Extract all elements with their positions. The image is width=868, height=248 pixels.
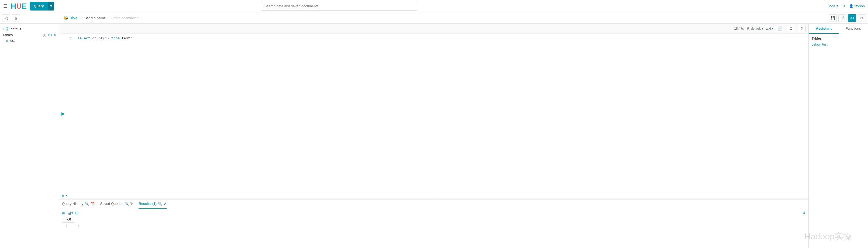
new-doc-icon[interactable]: 📄 xyxy=(838,14,846,22)
editor-settings-icon[interactable]: ⚙ xyxy=(787,25,795,32)
db-selector[interactable]: ‹ 🗄 default xyxy=(0,26,59,32)
tab-query-history[interactable]: Query History 🔍 📅 xyxy=(62,199,95,209)
chart-view-icon[interactable]: 📊▾ xyxy=(67,211,73,215)
tables-label: Tables xyxy=(3,33,41,37)
col-header-c0: _c0 xyxy=(62,216,74,223)
results-expand-icon[interactable]: ⤢ xyxy=(164,202,166,206)
logo: H U E xyxy=(11,2,27,10)
logo-e: E xyxy=(22,2,27,10)
run-button[interactable]: ▶ xyxy=(61,111,65,116)
format-dropdown-icon: ▾ xyxy=(772,27,773,30)
tab-results[interactable]: Results (1) 🔍 ⤢ xyxy=(138,199,166,209)
query-button[interactable]: Query ▾ xyxy=(30,2,54,10)
add-description[interactable]: Add a description... xyxy=(111,16,141,20)
add-name[interactable]: Add a name... xyxy=(86,16,109,20)
timing-value: 18.47s xyxy=(734,27,744,30)
editor-content[interactable]: 1 select count(*) from test; xyxy=(59,34,808,193)
editor-area: 18.47s 🗄 default ▾ text ▾ 📄 ⚙ ? ▶ 1 sele… xyxy=(59,24,809,248)
download-icon[interactable]: ⬇ xyxy=(803,211,806,215)
grid-view-icon[interactable]: ⊞ xyxy=(62,211,65,215)
code-table: test; xyxy=(122,36,132,40)
left-sidebar: ‹ 🗄 default Tables (1) ▾ + ↻ ⊞ test xyxy=(0,24,59,248)
right-panel-content: Tables default.test xyxy=(809,34,868,50)
hive-label: 🐝 Hive xyxy=(64,16,78,20)
search-bar xyxy=(261,2,417,10)
table-item-test[interactable]: ⊞ test xyxy=(0,38,59,43)
share-icon[interactable]: ⎘ xyxy=(12,14,20,22)
jobs-icon: ≡ xyxy=(836,4,839,8)
history-icon[interactable]: ↺ xyxy=(842,4,845,8)
toolbar-main: 🐝 Hive ↩ Add a name... Add a description… xyxy=(64,16,827,20)
user-label: fayson xyxy=(855,4,865,8)
line-number-1: 1 xyxy=(70,37,75,40)
filter-icon[interactable]: ▾ xyxy=(48,33,50,37)
timing-display: 18.47s xyxy=(734,27,744,30)
query-btn-label: Query xyxy=(30,2,48,10)
query-history-label: Query History xyxy=(62,202,83,206)
right-table-item[interactable]: default.test xyxy=(812,42,865,47)
save-doc-icon[interactable]: 💾 xyxy=(829,14,837,22)
results-table: _c0 1 4 xyxy=(62,216,806,229)
right-panel: Assistant Functions Tables default.test xyxy=(809,24,868,248)
logo-u: U xyxy=(16,2,22,10)
results-content: ⊞ 📊▾ ⊟ ⬇ _c0 1 4 xyxy=(59,209,808,248)
saved-queries-label: Saved Queries xyxy=(100,202,123,206)
jobs-link[interactable]: Jobs ≡ xyxy=(828,4,839,8)
code-select: select xyxy=(78,36,90,40)
navbar-left: ☰ H U E Query ▾ xyxy=(3,2,54,10)
navbar: ☰ H U E Query ▾ Jobs ≡ ↺ 👤 fayson xyxy=(0,0,868,12)
undo-icon[interactable]: ↩ xyxy=(80,16,83,20)
code-editor: ▶ 1 select count(*) from test; xyxy=(59,34,808,193)
user-icon: 👤 xyxy=(849,4,854,8)
tab-assistant[interactable]: Assistant xyxy=(809,24,839,34)
query-history-calendar-icon[interactable]: 📅 xyxy=(90,202,95,206)
tab-saved-queries[interactable]: Saved Queries 🔍 ↻ xyxy=(100,199,133,209)
tables-section-title: Tables xyxy=(812,37,865,40)
db-icon-meta: 🗄 xyxy=(747,27,750,30)
hamburger-icon[interactable]: ☰ xyxy=(3,3,7,9)
db-selector-meta[interactable]: 🗄 default ▾ xyxy=(747,27,763,30)
results-toolbar: ⊞ 📊▾ ⊟ ⬇ xyxy=(62,211,806,215)
db-icon: 🗄 xyxy=(5,27,9,31)
snippet-icon[interactable]: ⊞ xyxy=(61,194,64,197)
back-icon[interactable]: ◁ xyxy=(2,14,10,22)
tables-header: Tables (1) ▾ + ↻ xyxy=(0,32,59,38)
format-value: text xyxy=(766,27,771,30)
tables-count: (1) xyxy=(43,33,46,37)
results-label: Results (1) xyxy=(138,202,156,206)
snippet-arrow[interactable]: ▾ xyxy=(65,194,67,197)
back-db-icon: ‹ xyxy=(3,27,4,31)
table-view-icon[interactable]: ⊟ xyxy=(75,211,79,215)
jobs-label: Jobs xyxy=(828,4,835,8)
user-menu[interactable]: 👤 fayson xyxy=(849,4,865,8)
toolbar-left: ◁ ⎘ xyxy=(2,14,61,22)
results-search-icon[interactable]: 🔍 xyxy=(158,202,162,206)
search-input[interactable] xyxy=(261,2,417,10)
toolbar-right: 💾 📄 🏷 ⚙ xyxy=(829,14,866,22)
query-btn-arrow-icon[interactable]: ▾ xyxy=(48,2,54,10)
secondary-toolbar: ◁ ⎘ 🐝 Hive ↩ Add a name... Add a descrip… xyxy=(0,12,868,24)
row-num: 1 xyxy=(62,223,74,229)
editor-file-icon[interactable]: 📄 xyxy=(776,25,784,32)
tag-icon[interactable]: 🏷 xyxy=(848,14,856,22)
tables-actions: ▾ + ↻ xyxy=(48,33,56,37)
db-value-meta: default xyxy=(751,27,761,30)
db-name: default xyxy=(10,27,21,31)
editor-meta: 18.47s 🗄 default ▾ text ▾ 📄 ⚙ ? xyxy=(59,24,808,34)
tab-functions[interactable]: Functions xyxy=(839,24,868,34)
logo-h: H xyxy=(11,2,16,10)
saved-queries-refresh-icon[interactable]: ↻ xyxy=(130,202,133,206)
add-table-icon[interactable]: + xyxy=(51,33,53,37)
saved-queries-search-icon[interactable]: 🔍 xyxy=(125,202,129,206)
results-tabs: Query History 🔍 📅 Saved Queries 🔍 ↻ Resu… xyxy=(59,199,808,209)
navbar-right: Jobs ≡ ↺ 👤 fayson xyxy=(828,4,865,8)
results-area: Query History 🔍 📅 Saved Queries 🔍 ↻ Resu… xyxy=(59,199,808,248)
refresh-tables-icon[interactable]: ↻ xyxy=(54,33,56,37)
editor-help-icon[interactable]: ? xyxy=(798,25,806,32)
table-grid-icon: ⊞ xyxy=(5,39,8,42)
format-selector[interactable]: text ▾ xyxy=(766,27,773,30)
code-count: count(*) xyxy=(92,36,109,40)
right-panel-tabs: Assistant Functions xyxy=(809,24,868,34)
query-history-search-icon[interactable]: 🔍 xyxy=(85,202,89,206)
settings-icon[interactable]: ⚙ xyxy=(858,14,866,22)
